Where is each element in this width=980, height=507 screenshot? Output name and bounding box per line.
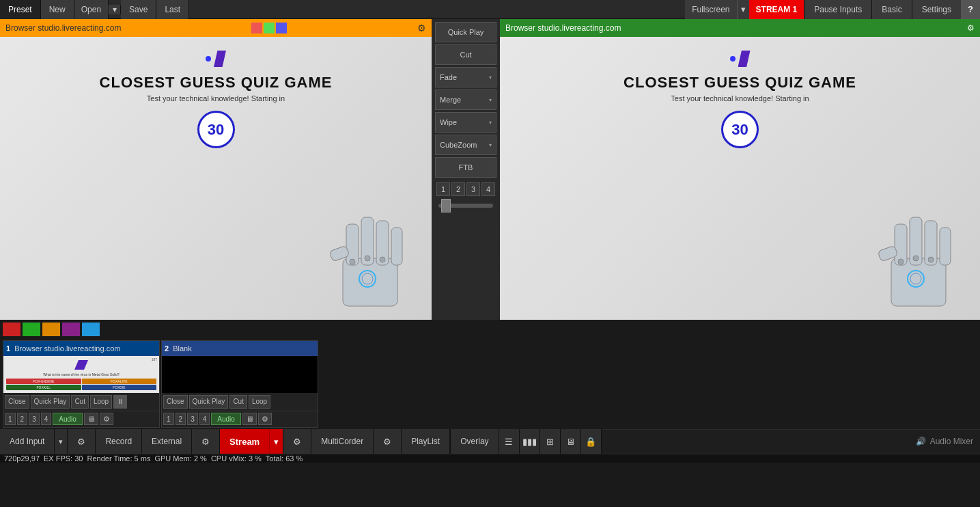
svg-point-19	[928, 257, 934, 262]
cut-btn-2[interactable]: Cut	[229, 395, 247, 409]
total-text: Total: 63 %	[266, 454, 303, 463]
playlist-button[interactable]: PlayList	[402, 429, 450, 454]
footer-num-2-3[interactable]: 3	[187, 413, 198, 425]
footer-gear-icon-1[interactable]: ⚙	[100, 413, 113, 425]
footer-num-2-1[interactable]: 1	[163, 413, 174, 425]
input-cards: 1 Browser studio.livereacting.com What i…	[0, 339, 980, 429]
footer-num-1-1[interactable]: 1	[5, 413, 16, 425]
quick-play-btn-2[interactable]: Quick Play	[189, 395, 229, 409]
swatch-red[interactable]	[3, 323, 20, 336]
left-preview-gear-icon[interactable]: ⚙	[417, 23, 426, 33]
swatch-blue[interactable]	[82, 323, 100, 336]
hamburger-icon[interactable]: ☰	[499, 429, 520, 454]
open-button-group: Open ▾	[74, 0, 121, 19]
basic-button[interactable]: Basic	[871, 0, 911, 19]
close-btn-1[interactable]: Close	[5, 395, 29, 409]
page-btn-2[interactable]: 2	[451, 182, 465, 196]
close-btn-2[interactable]: Close	[163, 395, 188, 409]
bars-icon[interactable]: ▮▮▮	[520, 429, 540, 454]
loop-btn-1[interactable]: Loop	[90, 395, 112, 409]
footer-audio-2[interactable]: Audio	[211, 413, 241, 425]
color-box-green[interactable]	[264, 23, 275, 33]
footer-num-1-2[interactable]: 2	[17, 413, 28, 425]
action-bar: Add Input ▾ ⚙ Record External ⚙ Stream ▾…	[0, 429, 980, 454]
ftb-button[interactable]: FTB	[435, 157, 496, 178]
svg-point-6	[350, 259, 355, 264]
input-card-2-footer: 1 2 3 4 Audio 🖥 ⚙	[162, 411, 318, 427]
input-card-2-thumb[interactable]	[162, 356, 318, 393]
wipe-button[interactable]: Wipe ▾	[435, 112, 496, 133]
swatch-orange[interactable]	[42, 323, 60, 336]
svg-point-7	[365, 256, 370, 261]
stream-settings-gear[interactable]: ⚙	[283, 429, 311, 454]
svg-point-8	[380, 257, 385, 262]
loop-btn-2[interactable]: Loop	[249, 395, 270, 409]
settings-button[interactable]: Settings	[912, 0, 961, 19]
lock-icon[interactable]: 🔒	[581, 429, 602, 454]
monitor-icon[interactable]: 🖥	[561, 429, 581, 454]
footer-monitor-icon-2[interactable]: 🖥	[242, 413, 257, 425]
svg-point-17	[898, 259, 904, 264]
fade-button[interactable]: Fade ▾	[435, 67, 496, 87]
preset-button[interactable]: Preset	[0, 0, 41, 19]
last-button[interactable]: Last	[156, 0, 189, 19]
stream-button[interactable]: Stream	[220, 429, 269, 454]
resolution-text: 720p29,97	[4, 454, 40, 463]
stream-arrow[interactable]: ▾	[269, 429, 283, 454]
color-box-red[interactable]	[251, 23, 262, 33]
add-input-button[interactable]: Add Input	[0, 429, 55, 454]
help-button[interactable]: ?	[961, 0, 980, 19]
overlay-button[interactable]: Overlay	[450, 429, 498, 454]
footer-num-1-3[interactable]: 3	[29, 413, 40, 425]
record-button[interactable]: Record	[96, 429, 142, 454]
audio-mixer-label: 🔊 Audio Mixer	[909, 437, 980, 446]
footer-num-1-4[interactable]: 4	[41, 413, 52, 425]
right-preview-gear-icon[interactable]: ⚙	[967, 23, 975, 33]
open-dropdown-arrow[interactable]: ▾	[109, 5, 121, 14]
footer-audio-1[interactable]: Audio	[53, 413, 83, 425]
fade-label: Fade	[440, 73, 457, 81]
color-box-blue[interactable]	[276, 23, 287, 33]
page-btn-1[interactable]: 1	[436, 182, 450, 196]
stream-gear-icon[interactable]: ⚙	[192, 429, 220, 454]
fullscreen-arrow[interactable]: ▾	[737, 0, 749, 19]
audio-mixer-text: Audio Mixer	[930, 437, 973, 446]
cubezoom-button[interactable]: CubeZoom ▾	[435, 135, 496, 155]
add-input-arrow[interactable]: ▾	[55, 429, 68, 454]
external-button[interactable]: External	[142, 429, 192, 454]
input-card-2: 2 Blank Close Quick Play Cut Loop 1 2 3 …	[161, 340, 318, 428]
cut-btn-1[interactable]: Cut	[71, 395, 89, 409]
right-robot-hand-illustration	[843, 190, 980, 320]
fullscreen-button[interactable]: Fullscreen	[685, 0, 736, 19]
merge-button[interactable]: Merge ▾	[435, 90, 496, 110]
right-icons: ☰ ▮▮▮ ⊞ 🖥 🔒	[499, 429, 602, 454]
speaker-icon: 🔊	[916, 437, 926, 446]
transition-slider[interactable]	[435, 204, 496, 208]
pause-inputs-button[interactable]: Pause Inputs	[804, 0, 871, 19]
grid-icon[interactable]: ⊞	[540, 429, 561, 454]
footer-num-2-2[interactable]: 2	[176, 413, 186, 425]
top-toolbar: Preset New Open ▾ Save Last Fullscreen ▾…	[0, 0, 980, 19]
quick-play-btn-1[interactable]: Quick Play	[31, 395, 70, 409]
add-input-gear-icon[interactable]: ⚙	[68, 429, 96, 454]
cut-button[interactable]: Cut	[435, 44, 496, 65]
swatch-green[interactable]	[23, 323, 40, 336]
page-btn-4[interactable]: 4	[481, 182, 495, 196]
input-card-1-footer: 1 2 3 4 Audio 🖥 ⚙	[3, 411, 159, 427]
open-button[interactable]: Open	[74, 0, 109, 19]
mini-question: What is the name of the virus in Metal G…	[43, 372, 119, 377]
slider-thumb[interactable]	[441, 199, 451, 213]
multicorder-button[interactable]: MultiCorder	[311, 429, 374, 454]
input-card-1-thumb[interactable]: What is the name of the virus in Metal G…	[3, 356, 159, 393]
pause-btn-1[interactable]: ⏸	[113, 395, 127, 409]
swatch-purple[interactable]	[62, 323, 80, 336]
page-btn-3[interactable]: 3	[466, 182, 480, 196]
new-button[interactable]: New	[41, 0, 74, 19]
quick-play-button[interactable]: Quick Play	[435, 22, 496, 42]
multicorder-gear[interactable]: ⚙	[374, 429, 402, 454]
footer-gear-icon-2[interactable]: ⚙	[258, 413, 272, 425]
save-button[interactable]: Save	[121, 0, 156, 19]
input-card-1: 1 Browser studio.livereacting.com What i…	[3, 340, 160, 428]
footer-num-2-4[interactable]: 4	[199, 413, 210, 425]
footer-monitor-icon-1[interactable]: 🖥	[84, 413, 98, 425]
